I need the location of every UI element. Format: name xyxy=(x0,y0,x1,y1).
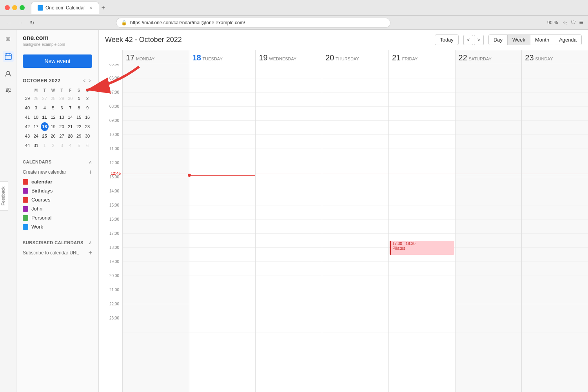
hour-cell-6-14[interactable] xyxy=(522,262,588,276)
hour-cell-0-16[interactable] xyxy=(123,290,189,304)
subscribe-add-icon[interactable]: + xyxy=(89,249,92,256)
calendar-checkbox-courses[interactable] xyxy=(23,197,28,203)
hour-cell-0-15[interactable] xyxy=(123,276,189,290)
mini-cal-day[interactable]: 25 xyxy=(41,132,49,140)
hour-cell-0-3[interactable] xyxy=(123,107,189,121)
hour-cell-4-10[interactable] xyxy=(389,205,455,220)
mini-cal-day[interactable]: 10 xyxy=(32,113,40,122)
mini-cal-day[interactable]: 9 xyxy=(83,103,91,112)
agenda-view-tab[interactable]: Agenda xyxy=(554,35,581,45)
hour-cell-5-9[interactable] xyxy=(456,191,522,205)
new-event-button[interactable]: New event xyxy=(23,54,92,68)
hour-cell-1-15[interactable] xyxy=(189,276,256,290)
hour-cell-3-18[interactable] xyxy=(322,318,388,332)
hour-cell-4-4[interactable] xyxy=(389,121,455,135)
mini-cal-day[interactable]: 4 xyxy=(41,103,49,112)
hour-cell-6-6[interactable] xyxy=(522,149,588,163)
hour-cell-2-16[interactable] xyxy=(256,290,322,304)
hour-cell-1-5[interactable] xyxy=(189,135,256,149)
mini-cal-day[interactable]: 5 xyxy=(75,141,83,150)
mini-cal-day[interactable]: 14 xyxy=(66,113,74,122)
mini-cal-day[interactable]: 21 xyxy=(66,122,74,131)
mini-cal-prev[interactable]: < xyxy=(82,77,86,84)
sidebar-item-john[interactable]: John xyxy=(16,204,98,213)
hour-cell-6-9[interactable] xyxy=(522,191,588,205)
hour-cell-5-13[interactable] xyxy=(456,248,522,262)
subscribed-section-header[interactable]: SUBSCRIBED CALENDARS ∧ xyxy=(16,238,98,248)
sidebar-item-calendar[interactable]: calendar xyxy=(16,177,98,186)
hour-cell-5-12[interactable] xyxy=(456,234,522,248)
hour-cell-5-8[interactable] xyxy=(456,177,522,191)
sidebar-item-birthdays[interactable]: Birthdays xyxy=(16,186,98,195)
hour-cell-3-10[interactable] xyxy=(322,205,388,220)
hour-cell-2-12[interactable] xyxy=(256,234,322,248)
hour-cell-2-17[interactable] xyxy=(256,304,322,318)
hour-cell-6-4[interactable] xyxy=(522,121,588,135)
hour-cell-3-3[interactable] xyxy=(322,107,388,121)
calendars-section-header[interactable]: CALENDARS ∧ xyxy=(16,157,98,167)
hour-cell-3-5[interactable] xyxy=(322,135,388,149)
hour-cell-3-8[interactable] xyxy=(322,177,388,191)
hour-cell-4-2[interactable] xyxy=(389,93,455,107)
mini-cal-day[interactable]: 27 xyxy=(41,94,49,103)
mini-cal-day[interactable]: 5 xyxy=(49,103,57,112)
hour-cell-6-11[interactable] xyxy=(522,220,588,234)
hour-cell-6-0[interactable] xyxy=(522,64,588,78)
hour-cell-0-0[interactable] xyxy=(123,64,189,78)
browser-menu-button[interactable]: ≡ xyxy=(579,18,583,27)
new-tab-button[interactable]: + xyxy=(102,4,105,11)
mini-cal-day[interactable]: 17 xyxy=(32,122,40,131)
mini-cal-next[interactable]: > xyxy=(88,77,92,84)
hour-cell-0-14[interactable] xyxy=(123,262,189,276)
hour-cell-0-9[interactable] xyxy=(123,191,189,205)
hour-cell-2-7[interactable] xyxy=(256,163,322,177)
calendar-checkbox-birthdays[interactable] xyxy=(23,188,28,194)
mini-cal-day[interactable]: 2 xyxy=(83,94,91,103)
hour-cell-4-5[interactable] xyxy=(389,135,455,149)
mini-cal-day[interactable]: 16 xyxy=(83,113,91,122)
mini-cal-day[interactable]: 1 xyxy=(41,141,49,150)
hour-cell-4-16[interactable] xyxy=(389,290,455,304)
mini-cal-day[interactable]: 26 xyxy=(32,94,40,103)
calendar-checkbox-john[interactable] xyxy=(23,206,28,212)
hour-cell-4-0[interactable] xyxy=(389,64,455,78)
hour-cell-1-4[interactable] xyxy=(189,121,256,135)
hour-cell-4-17[interactable] xyxy=(389,304,455,318)
calendar-checkbox-personal[interactable] xyxy=(23,215,28,221)
hour-cell-1-12[interactable] xyxy=(189,234,256,248)
hour-cell-1-2[interactable] xyxy=(189,93,256,107)
day-col-monday[interactable] xyxy=(122,64,189,392)
hour-cell-6-8[interactable] xyxy=(522,177,588,191)
back-button[interactable]: ← xyxy=(5,18,13,27)
feedback-tab[interactable]: Feedback xyxy=(0,181,8,211)
day-col-saturday[interactable] xyxy=(455,64,522,392)
hour-cell-0-6[interactable] xyxy=(123,149,189,163)
hour-cell-6-12[interactable] xyxy=(522,234,588,248)
hour-cell-2-0[interactable] xyxy=(256,64,322,78)
prev-week-button[interactable]: < xyxy=(463,35,473,45)
hour-cell-2-13[interactable] xyxy=(256,248,322,262)
hour-cell-5-10[interactable] xyxy=(456,205,522,220)
mini-cal-day[interactable]: 3 xyxy=(58,141,66,150)
hour-cell-2-15[interactable] xyxy=(256,276,322,290)
mini-cal-day[interactable]: 19 xyxy=(49,122,57,131)
mini-cal-day[interactable]: 24 xyxy=(32,132,40,140)
hour-cell-4-8[interactable] xyxy=(389,177,455,191)
hour-cell-5-17[interactable] xyxy=(456,304,522,318)
day-col-wednesday[interactable] xyxy=(255,64,322,392)
hour-cell-5-16[interactable] xyxy=(456,290,522,304)
hour-cell-4-11[interactable] xyxy=(389,220,455,234)
mini-cal-day[interactable]: 30 xyxy=(83,132,91,140)
day-view-tab[interactable]: Day xyxy=(489,35,508,45)
day-col-friday[interactable]: 17:30 - 18:30Pilates xyxy=(388,64,455,392)
shield-button[interactable]: 🛡 xyxy=(571,20,576,25)
hour-cell-1-11[interactable] xyxy=(189,220,256,234)
hour-cell-2-18[interactable] xyxy=(256,318,322,332)
mini-cal-day[interactable]: 29 xyxy=(75,132,83,140)
hour-cell-6-1[interactable] xyxy=(522,78,588,93)
minimize-dot[interactable] xyxy=(12,5,17,10)
hour-cell-2-8[interactable] xyxy=(256,177,322,191)
mini-cal-day[interactable]: 8 xyxy=(75,103,83,112)
hour-cell-6-18[interactable] xyxy=(522,318,588,332)
hour-cell-2-14[interactable] xyxy=(256,262,322,276)
